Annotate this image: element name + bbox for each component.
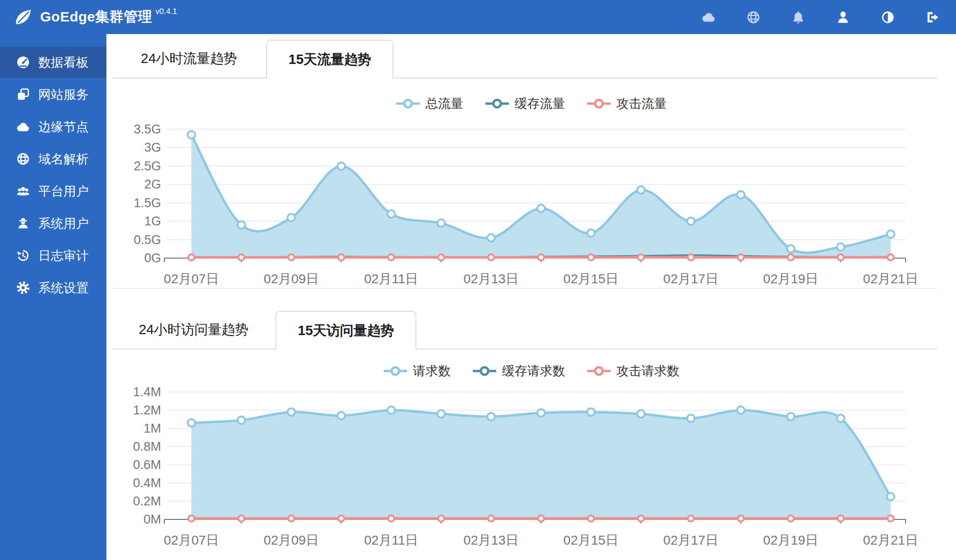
header-icon-bar (701, 10, 956, 25)
requests-chart: 0M0.2M0.4M0.6M0.8M1M1.2M1.4M02月07日02月09日… (106, 378, 942, 552)
svg-text:2.5G: 2.5G (134, 159, 161, 173)
svg-text:02月19日: 02月19日 (763, 533, 818, 547)
svg-text:3.5G: 3.5G (134, 122, 161, 136)
users-icon (16, 184, 30, 198)
svg-text:02月11日: 02月11日 (364, 533, 418, 547)
sites-icon (16, 87, 30, 102)
sidebar-item-label: 数据看板 (38, 54, 89, 71)
sidebar-item-label: 域名解析 (38, 151, 89, 168)
sidebar-item-sites[interactable]: 网站服务 (0, 79, 106, 110)
svg-text:02月09日: 02月09日 (264, 272, 319, 286)
svg-text:02月17日: 02月17日 (663, 272, 718, 286)
tab-15d-traffic[interactable]: 15天流量趋势 (266, 40, 394, 78)
tab-15d-requests[interactable]: 15天访问量趋势 (275, 311, 416, 350)
sidebar-item-admin[interactable]: 系统用户 (0, 208, 106, 239)
globe-icon (16, 152, 30, 166)
svg-text:02月21日: 02月21日 (863, 272, 918, 286)
legend-label: 攻击请求数 (617, 363, 680, 379)
legend-item[interactable]: 攻击流量 (587, 95, 667, 112)
sidebar-item-cloud[interactable]: 边缘节点 (0, 111, 106, 142)
traffic-tabbar: 24小时流量趋势 15天流量趋势 (112, 40, 937, 78)
admin-icon (16, 216, 30, 231)
sidebar-nav: 数据看板网站服务边缘节点域名解析平台用户系统用户日志审计系统设置 (0, 47, 106, 304)
legend-marker-icon (587, 98, 611, 110)
svg-text:02月15日: 02月15日 (563, 272, 619, 286)
legend-label: 总流量 (426, 95, 464, 112)
svg-text:02月13日: 02月13日 (464, 533, 519, 547)
legend-marker-icon (396, 98, 420, 110)
svg-text:3G: 3G (144, 140, 161, 154)
svg-text:1.5G: 1.5G (134, 196, 161, 210)
tab-24h-traffic[interactable]: 24小时流量趋势 (112, 40, 266, 77)
svg-text:0G: 0G (144, 251, 161, 265)
sidebar-item-label: 日志审计 (38, 247, 89, 264)
svg-text:1.2M: 1.2M (133, 403, 161, 417)
app-logo-leaf-icon (14, 8, 33, 27)
contrast-icon[interactable] (880, 10, 895, 25)
logout-icon[interactable] (925, 10, 940, 25)
requests-tabbar: 24小时访问量趋势 15天访问量趋势 (112, 311, 937, 350)
svg-text:02月17日: 02月17日 (663, 533, 718, 547)
traffic-chart: 0G0.5G1G1.5G2G2.5G3G3.5G02月07日02月09日02月1… (106, 117, 942, 290)
legend-label: 缓存流量 (515, 95, 565, 112)
sidebar-item-dashboard[interactable]: 数据看板 (0, 47, 106, 78)
svg-text:2G: 2G (144, 177, 161, 191)
sidebar-item-gear[interactable]: 系统设置 (0, 272, 106, 303)
app-title: GoEdge集群管理 (40, 7, 152, 27)
legend-label: 缓存请求数 (502, 363, 565, 379)
tab-24h-requests[interactable]: 24小时访问量趋势 (112, 311, 275, 349)
globe-icon[interactable] (746, 10, 761, 25)
sidebar-item-label: 边缘节点 (38, 119, 89, 135)
svg-text:02月07日: 02月07日 (164, 533, 219, 547)
legend-item[interactable]: 请求数 (383, 363, 451, 379)
sidebar-item-users[interactable]: 平台用户 (0, 175, 106, 207)
legend-item[interactable]: 攻击请求数 (587, 363, 680, 379)
cloud-icon[interactable] (701, 10, 716, 25)
sidebar-item-history[interactable]: 日志审计 (0, 240, 106, 271)
svg-text:02月13日: 02月13日 (464, 272, 519, 286)
legend-marker-icon (485, 98, 509, 110)
svg-text:0.6M: 0.6M (133, 458, 161, 472)
legend-marker-icon (587, 365, 611, 377)
svg-text:02月09日: 02月09日 (264, 533, 319, 547)
legend-item[interactable]: 缓存请求数 (472, 363, 565, 379)
svg-text:02月07日: 02月07日 (164, 272, 219, 286)
gear-icon (16, 280, 30, 295)
svg-text:02月19日: 02月19日 (763, 272, 818, 286)
svg-text:0M: 0M (143, 512, 161, 526)
sidebar-item-label: 网站服务 (38, 86, 89, 103)
svg-text:1.4M: 1.4M (133, 385, 161, 399)
legend-label: 攻击流量 (617, 95, 667, 112)
history-icon (16, 248, 30, 263)
app-version: v0.4.1 (155, 7, 177, 16)
sidebar-item-label: 系统用户 (38, 215, 89, 232)
svg-text:02月11日: 02月11日 (364, 272, 418, 286)
svg-text:1M: 1M (143, 421, 161, 435)
section-divider (112, 288, 937, 289)
svg-text:0.2M: 0.2M (133, 494, 161, 508)
legend-item[interactable]: 总流量 (396, 95, 464, 112)
svg-text:1G: 1G (144, 214, 161, 228)
sidebar-item-globe[interactable]: 域名解析 (0, 143, 106, 175)
sidebar-item-label: 系统设置 (38, 280, 89, 296)
legend-item[interactable]: 缓存流量 (485, 95, 565, 112)
sidebar-item-label: 平台用户 (38, 183, 89, 200)
app-header: GoEdge集群管理 v0.4.1 (0, 0, 956, 34)
svg-text:0.8M: 0.8M (133, 440, 161, 454)
svg-text:02月21日: 02月21日 (863, 533, 918, 547)
dashboard-icon (16, 55, 30, 70)
user-icon[interactable] (836, 10, 851, 25)
legend-marker-icon (383, 365, 408, 377)
svg-text:0.4M: 0.4M (133, 476, 161, 490)
svg-text:02月15日: 02月15日 (563, 533, 619, 547)
cloud-icon (16, 119, 30, 134)
svg-text:0.5G: 0.5G (134, 233, 161, 247)
bell-icon[interactable] (791, 10, 806, 25)
traffic-legend: 总流量 缓存流量 攻击流量 (106, 92, 956, 115)
legend-label: 请求数 (413, 363, 451, 379)
legend-marker-icon (472, 365, 497, 377)
